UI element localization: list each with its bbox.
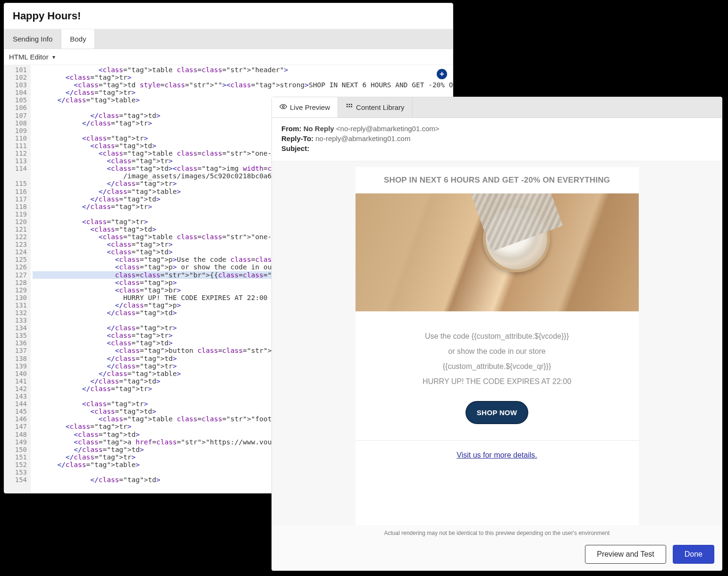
email-text-line: or show the code in our store [365, 347, 629, 356]
tab-content-library[interactable]: Content Library [338, 97, 413, 117]
editor-mode-dropdown[interactable]: HTML Editor ▾ [4, 49, 453, 65]
tab-label: Content Library [356, 103, 405, 111]
svg-rect-5 [349, 106, 350, 108]
email-footer: Visit us for more details. [356, 440, 639, 470]
replyto-address: no-reply@abmarketing01.com [315, 134, 410, 142]
from-address: <no-reply@abmarketing01.com> [336, 125, 440, 133]
email-headline: SHOP IN NEXT 6 HOURS AND GET -20% ON EVE… [356, 167, 639, 193]
eye-icon [279, 103, 287, 112]
shop-now-button[interactable]: SHOP NOW [466, 401, 528, 424]
done-button[interactable]: Done [673, 545, 714, 564]
svg-rect-6 [351, 106, 352, 108]
subject-label: Subject: [281, 144, 309, 152]
chevron-down-icon: ▾ [52, 54, 55, 60]
svg-rect-4 [347, 106, 348, 108]
preview-actions: Preview and Test Done [272, 540, 722, 570]
tab-label: Live Preview [290, 103, 330, 111]
email-meta: From: No Reply <no-reply@abmarketing01.c… [272, 118, 722, 161]
preview-and-test-button[interactable]: Preview and Test [585, 545, 666, 564]
preview-body: SHOP IN NEXT 6 HOURS AND GET -20% ON EVE… [272, 161, 722, 525]
email-card: SHOP IN NEXT 6 HOURS AND GET -20% ON EVE… [356, 167, 639, 525]
tab-body[interactable]: Body [61, 29, 95, 49]
editor-mode-label: HTML Editor [9, 53, 49, 61]
svg-rect-2 [349, 104, 350, 105]
preview-window: Live Preview Content Library From: No Re… [271, 97, 722, 571]
svg-point-0 [282, 106, 284, 108]
editor-tabs: Sending Info Body [4, 29, 453, 49]
email-hero-image [356, 193, 639, 311]
email-content: Use the code {{custom_attribute.${vcode}… [356, 311, 639, 440]
from-label: From: [281, 125, 302, 133]
email-text-line: {{custom_attribute.${vcode_qr}}} [365, 362, 629, 371]
grid-icon [346, 103, 353, 112]
add-icon[interactable]: + [437, 69, 447, 79]
preview-tabs: Live Preview Content Library [272, 97, 722, 118]
email-text-line: Use the code {{custom_attribute.${vcode}… [365, 332, 629, 341]
footer-link[interactable]: Visit us for more details. [457, 451, 537, 459]
campaign-title: Happy Hours! [4, 3, 453, 29]
tab-sending-info[interactable]: Sending Info [4, 29, 61, 49]
email-text-line: HURRY UP! THE CODE EXPIRES AT 22:00 [365, 377, 629, 386]
replyto-label: Reply-To: [281, 134, 313, 142]
tab-live-preview[interactable]: Live Preview [272, 97, 338, 117]
from-name: No Reply [304, 125, 334, 133]
preview-footnote: Actual rendering may not be identical to… [272, 525, 722, 540]
line-gutter: 1011021031041051061071081091101111121131… [4, 65, 31, 493]
svg-rect-3 [351, 104, 352, 105]
svg-rect-1 [347, 104, 348, 105]
